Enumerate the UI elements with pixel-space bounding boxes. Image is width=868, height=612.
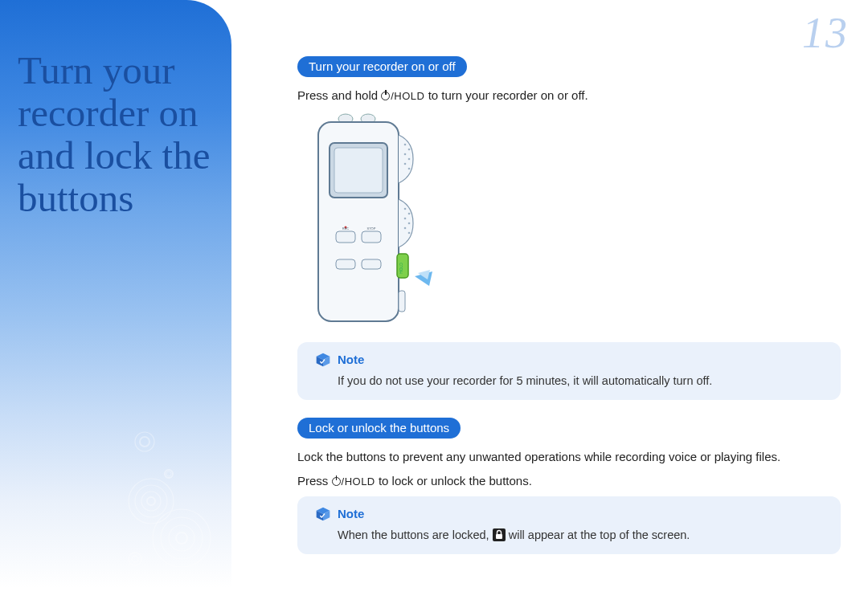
lock-instruction-line1: Lock the buttons to prevent any unwanted… bbox=[297, 448, 841, 466]
sidebar-title: Turn your recorder on and lock the butto… bbox=[18, 50, 219, 220]
svg-point-3 bbox=[166, 471, 171, 476]
text-fragment: Press and hold bbox=[297, 88, 381, 102]
svg-rect-25 bbox=[362, 259, 381, 269]
text-fragment: Press bbox=[297, 474, 332, 488]
manual-page: 13 Turn your recorder on and lock the bu… bbox=[0, 0, 868, 612]
svg-point-37 bbox=[408, 232, 411, 235]
svg-point-26 bbox=[404, 144, 407, 146]
svg-point-30 bbox=[404, 163, 407, 165]
svg-rect-49 bbox=[496, 534, 502, 539]
content-area: Turn your recorder on or off Press and h… bbox=[297, 56, 841, 596]
power-icon bbox=[381, 92, 390, 100]
svg-point-31 bbox=[408, 168, 411, 170]
on-off-instruction: Press and hold /HOLD to turn your record… bbox=[297, 87, 841, 104]
note-label: Note bbox=[338, 507, 364, 520]
svg-point-35 bbox=[408, 222, 411, 225]
note-cube-icon bbox=[315, 352, 331, 368]
hold-button-label: /HOLD bbox=[342, 475, 375, 488]
note-label: Note bbox=[338, 353, 364, 366]
svg-text:STOP: STOP bbox=[367, 226, 376, 231]
svg-point-36 bbox=[404, 227, 407, 230]
text-fragment: will appear at the top of the screen. bbox=[506, 528, 690, 541]
svg-point-1 bbox=[135, 432, 154, 451]
svg-point-10 bbox=[169, 525, 194, 551]
svg-rect-20 bbox=[362, 231, 381, 243]
svg-point-9 bbox=[161, 517, 203, 559]
sidebar: Turn your recorder on and lock the butto… bbox=[0, 0, 231, 612]
svg-rect-24 bbox=[336, 259, 355, 269]
svg-rect-18 bbox=[334, 148, 383, 193]
svg-point-32 bbox=[404, 208, 407, 210]
svg-point-8 bbox=[153, 509, 211, 567]
svg-point-29 bbox=[408, 158, 411, 161]
text-fragment: to lock or unlock the buttons. bbox=[375, 474, 532, 488]
svg-point-12 bbox=[129, 553, 141, 565]
decorative-circles-icon bbox=[113, 418, 241, 594]
lock-instruction-line2: Press /HOLD to lock or unlock the button… bbox=[297, 472, 841, 490]
lock-indicator-icon bbox=[493, 528, 506, 541]
svg-point-0 bbox=[140, 437, 149, 447]
device-illustration: REC STOP bbox=[304, 111, 448, 328]
svg-rect-19 bbox=[336, 231, 355, 243]
svg-point-5 bbox=[135, 485, 167, 517]
note-text: If you do not use your recorder for 5 mi… bbox=[315, 373, 823, 389]
note-box-auto-off: Note If you do not use your recorder for… bbox=[297, 342, 841, 400]
svg-point-6 bbox=[141, 492, 161, 511]
note-text: When the buttons are locked, will appear… bbox=[315, 527, 823, 543]
section-heading-on-off: Turn your recorder on or off bbox=[297, 56, 467, 77]
svg-point-28 bbox=[404, 153, 407, 156]
hold-button-label: /HOLD bbox=[391, 90, 424, 102]
svg-point-27 bbox=[408, 149, 411, 151]
note-cube-icon bbox=[315, 506, 331, 522]
svg-point-7 bbox=[147, 497, 155, 505]
svg-point-13 bbox=[132, 556, 138, 562]
text-fragment: When the buttons are locked, bbox=[338, 528, 493, 541]
svg-text:REC: REC bbox=[342, 226, 350, 231]
svg-text:HOLD: HOLD bbox=[399, 263, 403, 274]
text-fragment: to turn your recorder on or off. bbox=[424, 88, 588, 102]
svg-point-33 bbox=[408, 213, 411, 215]
svg-point-11 bbox=[176, 532, 187, 544]
note-box-lock-icon: Note When the buttons are locked, will a… bbox=[297, 496, 841, 554]
section-heading-lock: Lock or unlock the buttons bbox=[297, 418, 461, 439]
power-icon bbox=[332, 477, 341, 486]
svg-rect-42 bbox=[399, 291, 405, 312]
page-number: 13 bbox=[802, 8, 849, 58]
svg-point-34 bbox=[404, 218, 407, 220]
